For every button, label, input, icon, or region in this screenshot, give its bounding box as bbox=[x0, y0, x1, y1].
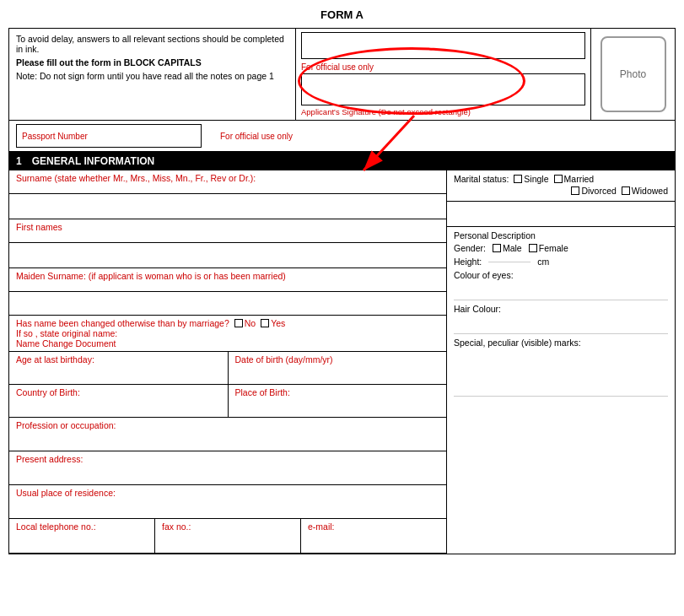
no-checkbox-item[interactable]: No bbox=[234, 318, 256, 328]
gender-label: Gender: bbox=[454, 243, 486, 253]
right-filler-1 bbox=[447, 202, 675, 227]
usual-residence-field[interactable]: Usual place of residence: bbox=[9, 485, 446, 519]
eye-colour-label: Colour of eyes: bbox=[454, 270, 514, 280]
marital-status-box: Marital status: Single Married Divorced bbox=[447, 170, 675, 202]
divorced-checkbox-item[interactable]: Divorced bbox=[571, 186, 616, 196]
age-field[interactable]: Age at last birthday: bbox=[9, 352, 229, 384]
female-label: Female bbox=[539, 243, 568, 253]
height-unit: cm bbox=[537, 257, 549, 267]
female-checkbox-item[interactable]: Female bbox=[529, 243, 568, 253]
personal-desc-label: Personal Description bbox=[454, 230, 668, 240]
age-dob-row: Age at last birthday: Date of birth (day… bbox=[9, 352, 446, 385]
profession-label: Profession or occupation: bbox=[16, 420, 116, 430]
for-official-label: For official use only bbox=[220, 132, 293, 141]
maiden-surname-field[interactable]: Maiden Surname: (if applicant is woman w… bbox=[9, 268, 446, 292]
surname-label: Surname (state whether Mr., Mrs., Miss, … bbox=[16, 173, 256, 183]
tel-label: Local telephone no.: bbox=[16, 521, 96, 532]
name-changed-label: Has name been changed otherwise than by … bbox=[16, 318, 229, 328]
special-marks-row: Special, peculiar (visible) marks: bbox=[454, 338, 668, 397]
fax-label: fax no.: bbox=[162, 521, 191, 532]
country-birth-label: Country of Birth: bbox=[16, 387, 80, 397]
single-checkbox[interactable] bbox=[514, 175, 522, 183]
place-birth-field[interactable]: Place of Birth: bbox=[229, 385, 447, 417]
email-field[interactable]: e-mail: bbox=[301, 519, 446, 553]
male-checkbox-item[interactable]: Male bbox=[493, 243, 522, 253]
marital-row1: Marital status: Single Married bbox=[454, 174, 668, 184]
married-checkbox[interactable] bbox=[554, 175, 563, 183]
birth-row: Country of Birth: Place of Birth: bbox=[9, 385, 446, 418]
name-change-doc2-label: Name Change Document bbox=[16, 338, 439, 349]
married-label: Married bbox=[564, 174, 595, 184]
country-birth-field[interactable]: Country of Birth: bbox=[9, 385, 229, 417]
instruction-line3: Note: Do not sign form until you have re… bbox=[16, 71, 288, 81]
male-checkbox[interactable] bbox=[493, 244, 501, 252]
married-checkbox-item[interactable]: Married bbox=[554, 174, 595, 184]
no-label: No bbox=[245, 318, 256, 328]
passport-row: Passport Number For official use only bbox=[9, 121, 675, 152]
name-changed-row: Has name been changed otherwise than by … bbox=[9, 316, 446, 352]
female-checkbox[interactable] bbox=[529, 244, 537, 252]
height-label: Height: bbox=[454, 257, 482, 267]
marital-status-label: Marital status: bbox=[454, 174, 509, 184]
instruction-line1: To avoid delay, answers to all relevant … bbox=[16, 34, 288, 54]
instruction-line2: Please fill out the form in BLOCK CAPITA… bbox=[16, 57, 288, 68]
left-column: Surname (state whether Mr., Mrs., Miss, … bbox=[9, 170, 447, 554]
instructions-box: To avoid delay, answers to all relevant … bbox=[9, 29, 296, 120]
present-address-field[interactable]: Present address: bbox=[9, 451, 446, 485]
height-row: Height: cm bbox=[454, 257, 668, 267]
profession-field[interactable]: Profession or occupation: bbox=[9, 418, 446, 451]
dob-field[interactable]: Date of birth (day/mm/yr) bbox=[229, 352, 447, 384]
usual-residence-label: Usual place of residence: bbox=[16, 488, 116, 498]
divorced-checkbox[interactable] bbox=[571, 186, 579, 195]
surname-field[interactable]: Surname (state whether Mr., Mrs., Miss, … bbox=[9, 170, 446, 194]
yes-checkbox-item[interactable]: Yes bbox=[261, 318, 285, 328]
email-label: e-mail: bbox=[308, 521, 335, 532]
single-label: Single bbox=[524, 174, 548, 184]
divorced-label: Divorced bbox=[581, 186, 616, 196]
eye-colour-row: Colour of eyes: bbox=[454, 270, 668, 300]
widowed-checkbox-item[interactable]: Widowed bbox=[622, 186, 668, 196]
dob-label: Date of birth (day/mm/yr) bbox=[235, 354, 333, 365]
name-change-doc-label: If so , state original name: bbox=[16, 328, 439, 338]
section-number: 1 bbox=[16, 155, 22, 167]
passport-label: Passport Number bbox=[22, 132, 88, 141]
section-title: GENERAL INFORMATION bbox=[32, 155, 155, 167]
present-address-label: Present address: bbox=[16, 454, 83, 464]
maiden-surname-input-area[interactable] bbox=[9, 292, 446, 316]
signature-box[interactable] bbox=[301, 73, 585, 105]
middle-section: For official use only Applicant's Signat… bbox=[296, 29, 590, 120]
yes-label: Yes bbox=[271, 318, 285, 328]
special-marks-label: Special, peculiar (visible) marks: bbox=[454, 338, 581, 348]
official-use-top-box bbox=[301, 32, 585, 59]
widowed-label: Widowed bbox=[632, 186, 668, 196]
yes-checkbox[interactable] bbox=[261, 319, 269, 327]
photo-box: Photo bbox=[590, 29, 675, 120]
fax-field[interactable]: fax no.: bbox=[155, 519, 301, 553]
age-label: Age at last birthday: bbox=[16, 354, 94, 365]
tel-field[interactable]: Local telephone no.: bbox=[9, 519, 155, 553]
maiden-surname-label: Maiden Surname: (if applicant is woman w… bbox=[16, 271, 286, 281]
main-content: Surname (state whether Mr., Mrs., Miss, … bbox=[9, 170, 675, 554]
first-names-input-area[interactable] bbox=[9, 243, 446, 268]
page-title: FORM A bbox=[8, 8, 676, 21]
personal-desc-box: Personal Description Gender: Male Female bbox=[447, 227, 675, 403]
gender-row: Gender: Male Female bbox=[454, 243, 668, 253]
no-checkbox[interactable] bbox=[234, 319, 243, 327]
single-checkbox-item[interactable]: Single bbox=[514, 174, 548, 184]
male-label: Male bbox=[503, 243, 522, 253]
first-names-field[interactable]: First names bbox=[9, 219, 446, 243]
widowed-checkbox[interactable] bbox=[622, 186, 630, 195]
place-birth-label: Place of Birth: bbox=[235, 387, 290, 397]
photo-label: Photo bbox=[620, 68, 646, 80]
hair-colour-label: Hair Colour: bbox=[454, 304, 501, 314]
section-header: 1 GENERAL INFORMATION bbox=[9, 152, 675, 170]
surname-input-area[interactable] bbox=[9, 194, 446, 219]
passport-number-box[interactable]: Passport Number bbox=[16, 124, 202, 148]
official-use-label-top: For official use only bbox=[301, 62, 585, 72]
photo-placeholder: Photo bbox=[601, 36, 666, 112]
first-names-label: First names bbox=[16, 222, 62, 232]
marital-row2: Divorced Widowed bbox=[454, 186, 668, 196]
contact-row: Local telephone no.: fax no.: e-mail: bbox=[9, 519, 446, 554]
signature-label: Applicant's Signature (Do not exceed rec… bbox=[301, 107, 585, 116]
hair-colour-row: Hair Colour: bbox=[454, 304, 668, 334]
